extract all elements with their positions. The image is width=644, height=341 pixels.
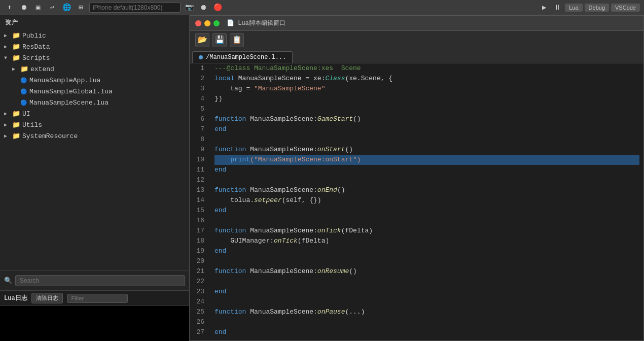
token: Class	[325, 74, 345, 84]
top-toolbar: ⬆ ⏺ ▣ ↩ 🌐 ⊞ 📷 ⏺ 🔴 ▶ ⏸ Lua Debug VSCode	[0, 0, 644, 15]
lua-log-panel: Lua日志 清除日志	[0, 290, 189, 341]
lua-log-content	[0, 306, 189, 341]
token: ManuaSampleScene:	[246, 307, 317, 317]
window-close-dot[interactable]	[195, 20, 201, 26]
window-maximize-dot[interactable]	[213, 20, 220, 26]
code-content: ---@class ManuaSampleScene:xes Sceneloca…	[210, 63, 643, 340]
tree-item-systemresource[interactable]: ▶ 📁 SystemResource	[0, 130, 189, 142]
saveas-icon: 📋	[232, 35, 242, 45]
toolbar-icon-1[interactable]: ⬆	[4, 2, 15, 13]
search-input[interactable]	[15, 275, 185, 286]
token: ---@class ManuaSampleScene:xes Scene	[214, 63, 361, 74]
toolbar-icon-snap[interactable]: 📷	[184, 2, 195, 13]
token: function	[214, 185, 246, 195]
line-number-24: 24	[194, 297, 204, 307]
arrow-utils: ▶	[4, 122, 12, 128]
lua-window-titlebar: 📄 Lua脚本编辑窗口	[190, 16, 643, 31]
toolbar-icon-pause[interactable]: ⏸	[552, 2, 563, 13]
tree-item-public[interactable]: ▶ 📁 Public	[0, 30, 189, 41]
code-line-7: end	[214, 124, 639, 134]
arrow-public: ▶	[4, 32, 12, 39]
code-line-1: ---@class ManuaSampleScene:xes Scene	[214, 63, 639, 74]
line-number-14: 14	[194, 195, 204, 206]
tree-item-resdata[interactable]: ▶ 📁 ResData	[0, 41, 189, 52]
toolbar-icon-rec[interactable]: ⏺	[198, 2, 209, 13]
line-number-11: 11	[194, 165, 204, 175]
toolbar-icon-4[interactable]: ↩	[47, 2, 58, 13]
window-minimize-dot[interactable]	[204, 20, 210, 26]
toolbar-icon-3[interactable]: ▣	[32, 2, 44, 13]
tree-label-utils: Utils	[22, 121, 42, 129]
token: function	[214, 114, 246, 124]
tree-label-manualsampleglobal: ManuaSampleGlobal.lua	[29, 88, 113, 95]
token: end	[214, 165, 226, 175]
lua-log-title: Lua日志	[4, 294, 27, 302]
code-line-19: end	[214, 246, 639, 256]
code-line-8	[214, 134, 639, 145]
tree-label-public: Public	[22, 32, 46, 40]
line-number-17: 17	[194, 226, 204, 236]
token: (...)	[345, 307, 365, 317]
token: onResume	[317, 266, 349, 277]
token: function	[214, 226, 246, 236]
line-number-9: 9	[194, 145, 204, 155]
code-line-3: tag = "ManuaSampleScene"	[214, 84, 639, 94]
tree-label-ui: UI	[22, 110, 30, 118]
code-line-5	[214, 104, 639, 114]
line-number-4: 4	[194, 94, 204, 104]
folder-icon-resdata: 📁	[12, 43, 20, 51]
token: ManuaSampleScene:	[246, 185, 317, 195]
code-editor[interactable]: 1234567891011121314151617181920212223242…	[190, 63, 643, 340]
toolbar-icon-6[interactable]: ⊞	[75, 2, 86, 13]
tree-item-extend[interactable]: ▶ 📁 extend	[0, 63, 189, 75]
clear-log-button[interactable]: 清除日志	[31, 293, 63, 303]
tree-label-resdata: ResData	[22, 43, 50, 51]
tree-label-manualsamplescene: ManuaSampleScene.lua	[29, 99, 109, 107]
folder-icon-scripts: 📁	[12, 54, 20, 62]
folder-icon-extend: 📁	[20, 65, 28, 73]
device-selector[interactable]	[89, 3, 181, 13]
tree-item-manualsamplescene[interactable]: 🔵 ManuaSampleScene.lua	[0, 97, 189, 108]
file-icon-manualsampleapp: 🔵	[20, 77, 27, 84]
open-icon: 📂	[198, 35, 207, 45]
sidebar: 资产 ▶ 📁 Public ▶ 📁 ResData ▼ 📁 Scripts	[0, 15, 190, 341]
save-as-button[interactable]: 📋	[230, 33, 244, 47]
toolbar-icon-play[interactable]: ▶	[539, 2, 550, 13]
token: ()	[337, 185, 345, 195]
tree-item-ui[interactable]: ▶ 📁 UI	[0, 108, 189, 119]
file-tab-active[interactable]: /ManuaSampleScene.l...	[192, 51, 293, 63]
file-tabs: /ManuaSampleScene.l...	[190, 49, 643, 63]
filter-input[interactable]	[67, 294, 128, 303]
toolbar-icon-2[interactable]: ⏺	[18, 2, 29, 13]
debug-button[interactable]: Lua	[565, 4, 582, 12]
file-tree: ▶ 📁 Public ▶ 📁 ResData ▼ 📁 Scripts ▶ 📁 e…	[0, 29, 189, 270]
token: onPause	[317, 307, 345, 317]
token	[214, 155, 230, 165]
token: (self, {})	[282, 195, 321, 206]
code-line-2: local ManuaSampleScene = xe:Class(xe.Sce…	[214, 74, 639, 84]
code-line-6: function ManuaSampleScene:GameStart()	[214, 114, 639, 124]
search-icon: 🔍	[4, 277, 12, 285]
tree-item-utils[interactable]: ▶ 📁 Utils	[0, 119, 189, 130]
token: end	[214, 206, 226, 216]
code-line-11: end	[214, 165, 639, 175]
lua-button[interactable]: Debug	[585, 4, 609, 12]
lua-window-title: 📄 Lua脚本编辑窗口	[227, 19, 285, 27]
line-number-8: 8	[194, 134, 204, 145]
open-file-button[interactable]: 📂	[195, 33, 209, 47]
save-file-button[interactable]: 💾	[212, 33, 227, 47]
save-icon: 💾	[215, 35, 225, 45]
toolbar-icon-5[interactable]: 🌐	[61, 2, 72, 13]
folder-icon-systemresource: 📁	[12, 132, 20, 140]
tree-item-manualsampleglobal[interactable]: 🔵 ManuaSampleGlobal.lua	[0, 86, 189, 97]
arrow-ui: ▶	[4, 111, 12, 117]
toolbar-icon-stop[interactable]: 🔴	[212, 2, 223, 13]
tree-item-manualsampleapp[interactable]: 🔵 ManuaSampleApp.lua	[0, 75, 189, 86]
line-number-15: 15	[194, 206, 204, 216]
tree-item-scripts[interactable]: ▼ 📁 Scripts	[0, 52, 189, 63]
token: local	[214, 74, 234, 84]
token: GUIManager:	[214, 236, 274, 246]
tree-label-scripts: Scripts	[22, 54, 50, 62]
arrow-scripts: ▼	[4, 55, 12, 61]
vscode-button[interactable]: VSCode	[611, 4, 640, 12]
